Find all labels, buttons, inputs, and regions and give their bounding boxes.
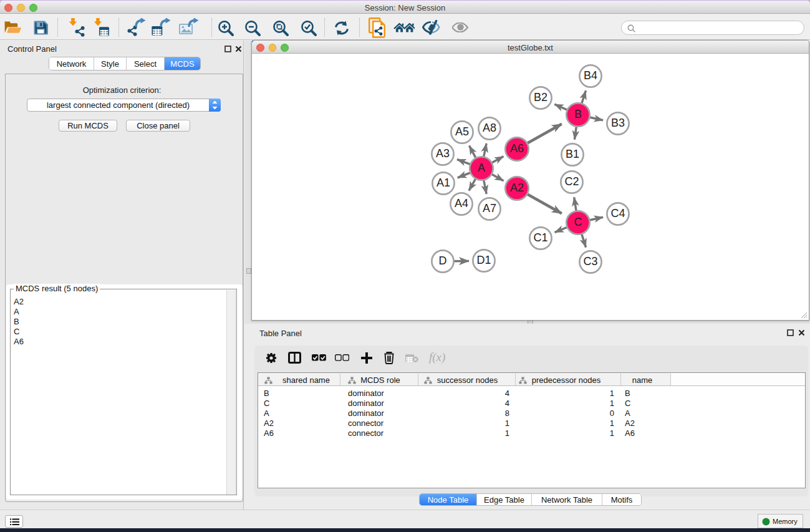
svg-text:B: B	[574, 108, 582, 120]
svg-text:C1: C1	[533, 231, 547, 244]
svg-text:D1: D1	[476, 254, 491, 266]
svg-text:C2: C2	[564, 175, 579, 188]
svg-text:A: A	[478, 162, 485, 174]
svg-text:C3: C3	[583, 255, 597, 268]
svg-text:A6: A6	[510, 142, 524, 155]
svg-text:A4: A4	[455, 197, 468, 210]
svg-text:A7: A7	[483, 202, 496, 215]
svg-text:B3: B3	[611, 117, 625, 129]
svg-text:C4: C4	[610, 207, 625, 220]
svg-text:A3: A3	[436, 147, 450, 160]
svg-text:A8: A8	[483, 122, 496, 134]
svg-text:A1: A1	[436, 177, 450, 189]
svg-text:D: D	[439, 254, 447, 267]
svg-text:A2: A2	[510, 181, 524, 194]
svg-text:A5: A5	[455, 125, 469, 138]
svg-text:B2: B2	[534, 91, 547, 104]
svg-text:B1: B1	[566, 148, 579, 160]
svg-text:B4: B4	[584, 69, 597, 82]
svg-text:C: C	[574, 216, 582, 228]
